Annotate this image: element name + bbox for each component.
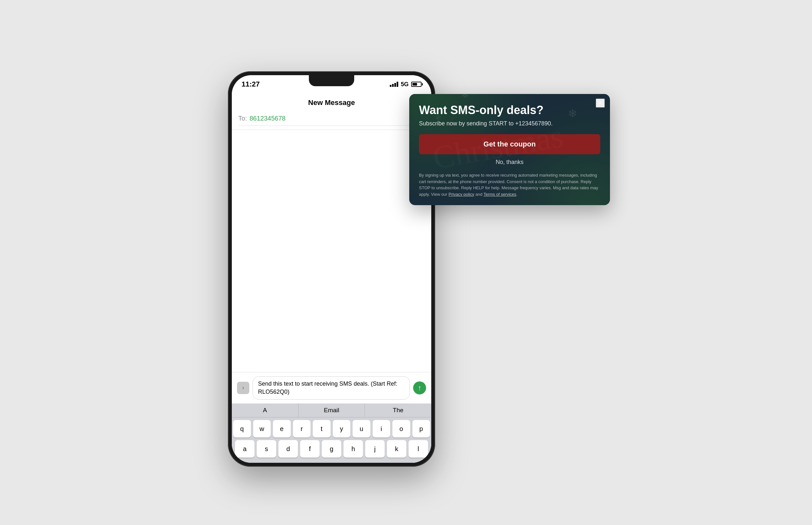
key-l[interactable]: l — [409, 440, 428, 457]
popup-title: Want SMS-only deals? — [419, 103, 564, 117]
get-coupon-button[interactable]: Get the coupon — [419, 134, 600, 154]
sms-screen: New Message To: 8612345678 › Send this t… — [232, 93, 431, 463]
key-t[interactable]: t — [313, 420, 331, 437]
sms-text-field[interactable]: Send this text to start receiving SMS de… — [252, 376, 410, 400]
key-u[interactable]: u — [353, 420, 370, 437]
sms-send-button[interactable] — [413, 381, 426, 394]
popup-legal-text: By signing up via text, you agree to rec… — [419, 172, 600, 197]
autocomplete-bar: A Email The — [232, 404, 431, 417]
keyboard-row-1: q w e r t y u i o p — [233, 420, 430, 437]
battery-icon — [411, 82, 422, 87]
network-indicator: 5G — [401, 81, 409, 88]
sms-to-row: To: 8612345678 — [238, 111, 425, 126]
key-j[interactable]: j — [365, 440, 385, 457]
key-w[interactable]: w — [253, 420, 271, 437]
battery-fill — [412, 83, 417, 86]
autocomplete-item-the[interactable]: The — [365, 404, 431, 417]
signal-bars-icon — [390, 82, 398, 87]
key-e[interactable]: e — [273, 420, 291, 437]
popup-subtitle: Subscribe now by sending START to +12345… — [419, 120, 600, 127]
popup-close-button[interactable]: × — [596, 99, 605, 108]
autocomplete-item-email[interactable]: Email — [298, 404, 365, 417]
autocomplete-item-a[interactable]: A — [232, 404, 298, 417]
sms-message-body — [232, 130, 431, 372]
phone-screen: 11:27 5G New Message To: 8 — [232, 75, 431, 463]
key-s[interactable]: s — [257, 440, 276, 457]
popup-card: ❄ ❄ ❄ ❄ Christmas × Want SMS-only deals?… — [409, 94, 610, 205]
no-thanks-button[interactable]: No, thanks — [419, 159, 600, 166]
sms-expand-button[interactable]: › — [237, 382, 249, 394]
keyboard: q w e r t y u i o p a — [232, 417, 431, 463]
sms-input-row: › Send this text to start receiving SMS … — [232, 372, 431, 404]
sms-header: New Message To: 8612345678 — [232, 93, 431, 130]
legal-and: and — [474, 192, 484, 197]
key-p[interactable]: p — [412, 420, 430, 437]
key-f[interactable]: f — [300, 440, 319, 457]
privacy-policy-link[interactable]: Privacy policy — [449, 192, 474, 197]
key-a[interactable]: a — [235, 440, 254, 457]
key-r[interactable]: r — [293, 420, 311, 437]
key-d[interactable]: d — [278, 440, 298, 457]
sms-title: New Message — [238, 99, 425, 107]
status-time: 11:27 — [241, 80, 260, 89]
notch — [309, 75, 354, 86]
sms-to-label: To: — [238, 115, 247, 122]
scene: 11:27 5G New Message To: 8 — [228, 52, 584, 473]
key-k[interactable]: k — [387, 440, 406, 457]
key-q[interactable]: q — [233, 420, 251, 437]
legal-end: . — [516, 192, 518, 197]
svg-text:❄: ❄ — [568, 107, 577, 120]
sms-bottom: › Send this text to start receiving SMS … — [232, 372, 431, 463]
key-g[interactable]: g — [322, 440, 341, 457]
svg-text:❄: ❄ — [461, 94, 469, 100]
sms-to-number: 8612345678 — [250, 115, 285, 122]
keyboard-row-2: a s d f g h j k l — [233, 440, 430, 457]
key-o[interactable]: o — [392, 420, 410, 437]
key-y[interactable]: y — [333, 420, 350, 437]
key-h[interactable]: h — [344, 440, 363, 457]
key-i[interactable]: i — [373, 420, 390, 437]
phone-frame: 11:27 5G New Message To: 8 — [228, 71, 435, 467]
popup-background: ❄ ❄ ❄ ❄ Christmas × Want SMS-only deals?… — [409, 94, 610, 205]
svg-text:❄: ❄ — [532, 94, 543, 97]
terms-of-service-link[interactable]: Terms of services — [483, 192, 516, 197]
status-icons: 5G — [390, 81, 422, 88]
